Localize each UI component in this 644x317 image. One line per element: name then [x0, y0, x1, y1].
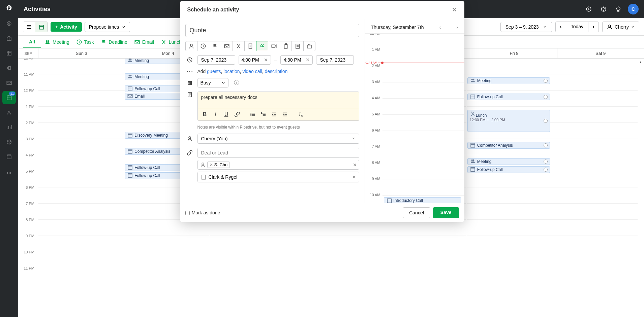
- user-avatar[interactable]: C: [628, 4, 639, 14]
- nav-leads-icon[interactable]: [2, 17, 16, 30]
- type-briefcase-icon[interactable]: [303, 41, 315, 51]
- clear-icon[interactable]: ✕: [306, 57, 310, 63]
- link-button[interactable]: [232, 110, 242, 119]
- quick-add-icon[interactable]: [583, 4, 594, 14]
- deal-lead-input[interactable]: [197, 148, 359, 158]
- nav-campaigns-icon[interactable]: [2, 61, 16, 75]
- type-task-icon[interactable]: [197, 41, 209, 51]
- add-activity-button[interactable]: + Activity: [51, 22, 82, 32]
- nav-insights-icon[interactable]: [2, 120, 16, 134]
- calendar-event[interactable]: Follow-up Call: [467, 166, 550, 173]
- calendar-event[interactable]: Lunch12:30 PM → 2:00 PM: [467, 110, 550, 132]
- next-week-button[interactable]: [588, 22, 599, 32]
- type-video-icon[interactable]: [268, 41, 280, 51]
- prev-day-button[interactable]: ‹: [439, 25, 441, 30]
- italic-button[interactable]: I: [211, 110, 221, 119]
- modal-title: Schedule an activity: [187, 7, 239, 13]
- filter-email[interactable]: Email: [131, 36, 157, 48]
- type-note-icon[interactable]: [292, 41, 304, 51]
- svg-point-51: [251, 113, 251, 114]
- link-icon: [185, 150, 194, 156]
- remove-pill-icon[interactable]: ✕: [210, 163, 213, 167]
- list-view-button[interactable]: [23, 22, 35, 32]
- end-date-input[interactable]: [316, 55, 354, 65]
- today-button[interactable]: Today: [566, 22, 588, 32]
- nav-more-icon[interactable]: [2, 166, 16, 180]
- notes-textarea[interactable]: prepare all necessary docs: [198, 92, 359, 108]
- type-quote-icon[interactable]: [256, 41, 268, 51]
- type-clipboard-icon[interactable]: [280, 41, 292, 51]
- assistant-icon[interactable]: [613, 4, 624, 14]
- clear-format-button[interactable]: [296, 110, 306, 119]
- nav-projects-icon[interactable]: [2, 46, 16, 60]
- clear-org-icon[interactable]: ✕: [352, 174, 356, 180]
- type-document-icon[interactable]: [244, 41, 256, 51]
- info-icon[interactable]: ⓘ: [234, 79, 239, 86]
- mark-done-input[interactable]: [185, 211, 190, 215]
- day-schedule-preview[interactable]: 1:44 AM Introductory Call 12 AM1 AM2 AM3…: [365, 33, 464, 203]
- add-description-link[interactable]: description: [265, 69, 288, 74]
- expand-icon[interactable]: ⋯: [185, 70, 194, 73]
- svg-rect-40: [224, 45, 229, 48]
- svg-rect-3: [7, 51, 11, 55]
- availability-select[interactable]: Busy: [197, 78, 228, 87]
- owner-filter-button[interactable]: Cherry: [602, 22, 639, 32]
- nav-products-icon[interactable]: [2, 135, 16, 149]
- close-button[interactable]: ✕: [452, 6, 457, 13]
- schedule-date-label: Thursday, September 7th: [371, 25, 424, 30]
- app-logo-icon[interactable]: [4, 3, 14, 13]
- type-email-icon[interactable]: [221, 41, 233, 51]
- clear-person-icon[interactable]: ✕: [353, 162, 357, 168]
- clear-icon[interactable]: ✕: [264, 57, 268, 63]
- activity-subject-input[interactable]: [185, 24, 359, 37]
- end-time-input[interactable]: 4:30 PM✕: [280, 55, 313, 65]
- bold-button[interactable]: B: [200, 110, 210, 119]
- nav-activities-icon[interactable]: 11: [2, 91, 16, 104]
- cancel-button[interactable]: Cancel: [403, 207, 430, 218]
- start-date-input[interactable]: [197, 55, 235, 65]
- organization-input[interactable]: Clark & Rygel ✕: [197, 172, 359, 182]
- add-guests-link[interactable]: guests: [207, 69, 221, 74]
- mark-done-checkbox[interactable]: Mark as done: [185, 210, 220, 215]
- svg-point-10: [10, 173, 11, 174]
- help-icon[interactable]: [598, 4, 609, 14]
- indent-button[interactable]: [280, 110, 290, 119]
- view-toggle-group: [23, 22, 48, 32]
- number-list-button[interactable]: 1: [258, 110, 269, 119]
- save-button[interactable]: Save: [433, 207, 459, 218]
- svg-rect-5: [7, 96, 11, 100]
- nav-mail-icon[interactable]: [2, 76, 16, 90]
- day-header-sun[interactable]: Sun 3: [38, 48, 125, 58]
- day-header-fri[interactable]: Fri 8: [471, 48, 558, 58]
- day-header-sat[interactable]: Sat 9: [557, 48, 644, 58]
- collapse-allday-icon[interactable]: ▴: [638, 59, 644, 65]
- date-range-button[interactable]: Sep 3 – 9, 2023: [500, 22, 552, 32]
- propose-times-button[interactable]: Propose times: [85, 22, 130, 32]
- calendar-event[interactable]: Follow-up Call: [467, 94, 550, 100]
- underline-button[interactable]: U: [221, 110, 232, 119]
- outdent-button[interactable]: [269, 110, 279, 119]
- filter-deadline[interactable]: Deadline: [97, 36, 131, 48]
- nav-contacts-icon[interactable]: [2, 106, 16, 119]
- calendar-view-button[interactable]: [35, 22, 48, 32]
- person-input[interactable]: ✕S. Chu ✕: [197, 160, 359, 170]
- filter-meeting[interactable]: Meeting: [41, 36, 73, 48]
- next-day-button[interactable]: ›: [457, 25, 458, 30]
- add-video-link[interactable]: video call: [242, 69, 262, 74]
- add-location-link[interactable]: location: [223, 69, 240, 74]
- svg-rect-30: [128, 173, 132, 177]
- bullet-list-button[interactable]: [248, 110, 258, 119]
- type-lunch-icon[interactable]: [233, 41, 245, 51]
- filter-task[interactable]: Task: [73, 36, 97, 48]
- prev-week-button[interactable]: [555, 22, 566, 32]
- type-call-icon[interactable]: [185, 41, 197, 51]
- calendar-event[interactable]: Meeting: [467, 158, 550, 165]
- nav-marketplace-icon[interactable]: [2, 150, 16, 164]
- nav-deals-icon[interactable]: [2, 32, 16, 45]
- calendar-event[interactable]: Competitor Analysis: [467, 142, 550, 149]
- owner-select[interactable]: Cherry (You): [197, 134, 359, 144]
- filter-all[interactable]: All: [23, 36, 41, 48]
- type-deadline-icon[interactable]: [209, 41, 221, 51]
- start-time-input[interactable]: 4:00 PM✕: [239, 55, 271, 65]
- calendar-event[interactable]: Meeting: [467, 77, 550, 84]
